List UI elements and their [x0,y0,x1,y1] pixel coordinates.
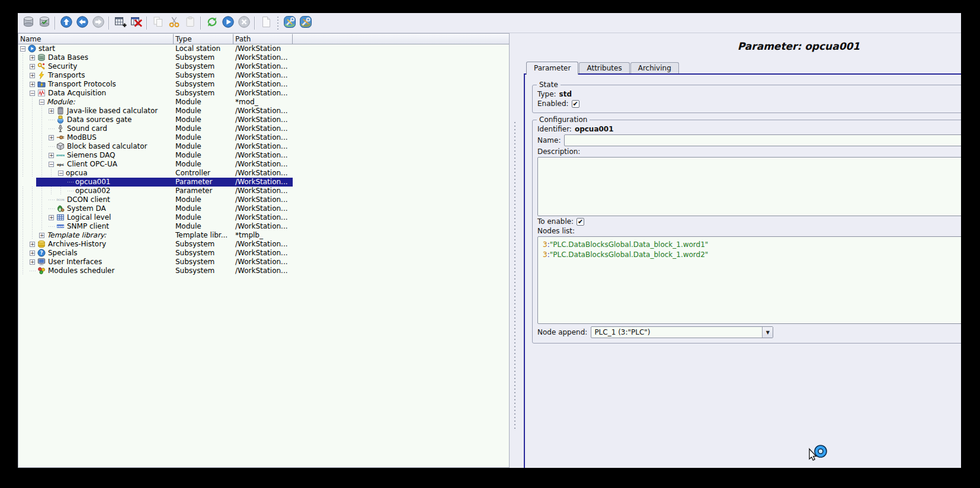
expand-icon[interactable]: + [30,242,35,247]
tab-archiving[interactable]: Archiving [630,62,679,73]
tree-row[interactable]: Modules schedulerSubsystem/WorkStation..… [18,267,509,275]
tree-row[interactable]: +Transport ProtocolsSubsystem/WorkStatio… [18,80,509,89]
tree-row[interactable]: +TransportsSubsystem/WorkStation... [18,71,509,80]
description-textarea[interactable] [537,157,961,216]
document-button[interactable] [258,15,274,31]
collapse-icon[interactable]: − [49,162,54,167]
tree-row[interactable]: −opcClient OPC-UAModule/WorkStation... [18,160,509,169]
tree-row[interactable]: Data sources gateModule/WorkStation... [18,115,509,124]
tree-cell-type: Controller [174,169,233,178]
to-enable-checkbox[interactable] [577,218,584,226]
tree-header-name[interactable]: Name [18,34,174,44]
expand-icon[interactable]: + [49,153,54,158]
tab-parameter[interactable]: Parameter [526,62,578,75]
enabled-checkbox[interactable] [572,100,579,108]
tree-row[interactable]: Sound cardModule/WorkStation... [18,124,509,133]
tree-guide-line [32,142,33,151]
tree-row[interactable]: +SecuritySubsystem/WorkStation... [18,62,509,71]
expand-icon[interactable]: + [49,135,54,140]
tree-row[interactable]: +Data BasesSubsystem/WorkStation... [18,53,509,62]
expand-icon[interactable]: + [30,251,35,256]
tree-row[interactable]: SNMPSNMP clientModule/WorkStation... [18,222,509,231]
tree-row[interactable]: +Java-like based calculatorModule/WorkSt… [18,107,509,115]
tree-header-path[interactable]: Path [233,34,293,44]
up-level-button[interactable] [58,15,74,31]
tree-row[interactable]: +Archives-HistorySubsystem/WorkStation..… [18,240,509,249]
svg-text:DCON: DCON [56,198,64,201]
tree-header-type[interactable]: Type [174,34,233,44]
opcua-client-icon: opc [56,160,65,168]
tree-item-label: ModBUS [67,133,97,142]
folder-protocols-icon [37,80,46,88]
tree-row[interactable]: DCONDCON clientModule/WorkStation... [18,195,509,204]
expand-icon[interactable]: + [30,64,35,69]
expand-icon[interactable]: + [30,259,35,265]
chevron-down-icon[interactable]: ▼ [762,327,773,338]
tree-row[interactable]: System DAModule/WorkStation... [18,204,509,213]
start-button[interactable] [220,15,236,31]
nodes-list-editor[interactable]: 3:"PLC.DataBlocksGlobal.Data_block_1.wor… [537,236,961,324]
tree-row[interactable]: −startLocal station/WorkStation [18,44,509,53]
stop-button[interactable] [236,15,252,31]
expand-icon[interactable]: + [49,215,54,220]
expand-icon[interactable]: + [49,108,54,114]
tree-cell-path: /WorkStation... [233,107,293,115]
delete-item-button[interactable] [128,15,144,31]
tree-item-label: opcua001 [75,178,110,187]
collapse-icon[interactable]: − [20,46,25,52]
tab-attributes[interactable]: Attributes [579,62,629,73]
node-append-select[interactable]: PLC_1 (3:"PLC") ▼ [591,326,773,338]
tree-row[interactable]: −opcuaController/WorkStation... [18,169,509,178]
refresh-button[interactable] [204,15,220,31]
qtstarter-ui-button[interactable] [297,15,313,31]
back-arrow-icon [76,15,89,31]
save-to-db-button[interactable] [36,15,52,31]
add-item-button[interactable] [112,15,128,31]
collapse-icon[interactable]: − [58,171,63,176]
load-from-db-button[interactable] [20,15,36,31]
collapse-icon[interactable]: − [30,91,35,96]
cube-icon [56,142,65,150]
tree-guide-line [32,195,33,204]
tree-cell-type: Module [174,160,233,169]
tree-guide-line [23,142,23,151]
tree-item-label: Data Acquisition [48,89,106,98]
paste-item-button[interactable] [182,15,198,31]
tree-row[interactable]: +Logical levelModule/WorkStation... [18,213,509,222]
tree-row[interactable]: +SIEMENSSiemens DAQModule/WorkStation... [18,151,509,160]
tree-row[interactable]: opcua002Parameter/WorkStation... [18,187,509,195]
tree-cell-type: Module [174,195,233,204]
copy-item-button[interactable] [150,15,166,31]
tree-row[interactable]: opcua001Parameter/WorkStation... [18,178,509,187]
tree-row[interactable]: Block based calculatorModule/WorkStation… [18,142,509,151]
tree-item-label: Data sources gate [67,115,132,124]
tree-cell-path: /WorkStation... [233,213,293,222]
tree-row[interactable]: −Data AcquisitionSubsystem/WorkStation..… [18,89,509,98]
tree-row[interactable]: −Module:Module*mod_ [18,98,509,107]
scheduler-balls-icon [37,267,46,275]
tree-guide-line [23,62,23,71]
tree-guide-line [41,115,42,124]
tree-row[interactable]: +?SpecialsSubsystem/WorkStation... [18,249,509,258]
tree-row[interactable]: +User InterfacesSubsystem/WorkStation... [18,258,509,267]
tree-guide-line [32,213,33,222]
name-input[interactable] [564,134,961,146]
cut-item-button[interactable] [166,15,182,31]
collapse-icon[interactable]: − [39,99,44,105]
forward-button[interactable] [90,15,106,31]
tree-cell-name: +Archives-History [18,240,174,249]
tree-row[interactable]: +ModBUSModule/WorkStation... [18,133,509,142]
tree-cell-name: +Security [18,62,174,71]
tree-row[interactable]: +Template library:Template libr...*tmplb… [18,231,509,240]
tree-guide-line [60,187,61,195]
back-button[interactable] [74,15,90,31]
expand-icon[interactable]: + [39,233,44,238]
tree-guide-line [23,169,23,178]
expand-icon[interactable]: + [30,82,35,87]
expand-icon[interactable]: + [30,55,35,60]
qtstarter-config-button[interactable] [281,15,297,31]
tree-cell-path: /WorkStation... [233,204,293,213]
panel-splitter[interactable] [510,33,520,468]
expand-icon[interactable]: + [30,73,35,78]
tree-cell-type: Parameter [174,187,233,195]
